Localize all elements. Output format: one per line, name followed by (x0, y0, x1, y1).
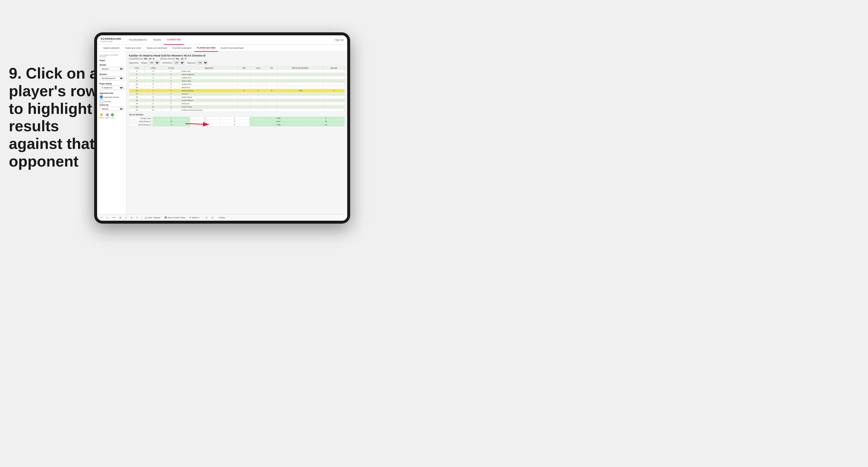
col-tie: Tie (266, 66, 277, 70)
toolbar-refresh[interactable]: ↻ (135, 216, 140, 219)
gender-dropdown[interactable]: Women's (99, 67, 124, 71)
last-updated: Last Updated: 27/03/2024 16:55:38 (99, 54, 124, 58)
toolbar-grid[interactable]: ⊞ (118, 216, 122, 219)
col-rounds: Rounds (323, 66, 345, 70)
radio-opponents-played-input[interactable] (99, 95, 103, 99)
table-row[interactable]: 1063Andrea York (129, 83, 345, 86)
sub-nav-player-summary[interactable]: PLAYER SUMMARY (170, 45, 194, 52)
out-table: Foreign Team1004.5002NAIA Division 11500… (129, 117, 345, 127)
nav-link-committee[interactable]: COMMITTEE (164, 35, 184, 45)
opponent-select[interactable]: (All) (196, 61, 208, 64)
sub-nav-team-summary[interactable]: TEAM SUMMARY (101, 45, 122, 52)
region-filter-group: Region (All) (141, 61, 160, 64)
sub-nav-team-h2h-grid[interactable]: TEAM H2H GRID (123, 45, 144, 52)
division-section: Division NCAA Division III (99, 73, 124, 80)
player-rank-dropdown[interactable]: 8. Katelyn Vo (99, 86, 124, 90)
table-row[interactable]: 1691Jessica Mason (129, 99, 345, 102)
gender-label: Gender (99, 64, 124, 66)
annotation-text: 9. Click on a player's row to highlight … (9, 65, 103, 170)
col-opponent: Opponent (180, 66, 238, 70)
sub-nav-team-h2h-heatmap[interactable]: TEAM H2H HEATMAP (144, 45, 170, 52)
out-table-row[interactable]: Foreign Team1004.5002 (129, 117, 345, 120)
player-rank-label: Player (Rank) (99, 83, 124, 85)
table-row[interactable]: 1585Stella Cheng (129, 96, 345, 99)
grid-header: Katelyn Vo Head-to-Head Grid for Women's… (129, 54, 345, 64)
sub-nav-player-h2h-grid[interactable]: PLAYER H2H GRID (194, 45, 218, 52)
grid-area: Katelyn Vo Head-to-Head Grid for Women's… (126, 52, 347, 214)
table-row[interactable]: 1311Jessica Huang010-3.002 (129, 89, 345, 92)
toolbar-redo[interactable]: ↪ (105, 216, 110, 219)
sub-nav: TEAM SUMMARY TEAM H2H GRID TEAM H2H HEAT… (97, 45, 347, 52)
toolbar-undo[interactable]: ↩ (99, 216, 103, 219)
out-of-division-title: Out of division (129, 114, 345, 116)
logo-sub: Powered by clippd (101, 41, 121, 42)
overall-record-value: 353 - 34 - 6 (144, 58, 154, 60)
player-section: Player (99, 59, 124, 62)
col-win: Win (238, 66, 251, 70)
table-row[interactable]: 331Esther Lee (129, 70, 345, 73)
legend-down: Down (99, 113, 103, 119)
gender-section: Gender Women's (99, 64, 124, 71)
sub-nav-player-h2h-heatmap[interactable]: PLAYER H2H HEATMAP (218, 45, 246, 52)
region-select[interactable]: (All) (148, 61, 160, 64)
col-diff: Diff Av Strokes/Rnd (277, 66, 323, 70)
table-row[interactable]: 522Alexis Sudjianto (129, 73, 345, 76)
opponent-view-label: Opponent view (99, 92, 124, 94)
division-label: Division (99, 73, 124, 75)
conference-select[interactable]: (All) (173, 61, 185, 64)
table-row[interactable]: 914Sharon Mun (129, 80, 345, 83)
toolbar-icon1[interactable]: ⊡ (205, 216, 209, 219)
colour-by-label: Colour by (99, 104, 124, 106)
toolbar-sep2 (203, 216, 203, 220)
radio-top100: Top 100 (99, 99, 124, 103)
data-table: # Div # Reg # Conf Opponent Win Loss Tie… (129, 66, 345, 112)
filters-row: Opponents: Region (All) Conference (All) (129, 61, 345, 64)
logo-text: SCOREBOARD (101, 38, 121, 40)
colour-by-dropdown[interactable]: Win/loss (99, 107, 124, 111)
nav-link-teams[interactable]: TEAMS (150, 35, 164, 45)
opponents-filter-label: Opponents: (129, 62, 139, 64)
opponent-filter-group: Opponent (All) (187, 61, 208, 64)
table-row[interactable]: 613Sydney Kuo (129, 76, 345, 80)
toolbar-menu[interactable]: ≡ (124, 216, 128, 219)
toolbar-share[interactable]: ↗ Share (216, 216, 226, 219)
legend-level: Level (105, 113, 109, 119)
grid-title: Katelyn Vo Head-to-Head Grid for Women's… (129, 54, 345, 57)
main-content: Last Updated: 27/03/2024 16:55:38 Player… (97, 52, 347, 214)
sign-out-link[interactable]: Sign out (335, 38, 344, 41)
logo-area: SCOREBOARD Powered by clippd (101, 38, 121, 42)
grid-records: Overall Record: 353 - 34 - 6 Division Re… (129, 58, 345, 60)
col-loss: Loss (251, 66, 266, 70)
out-table-row[interactable]: NAIA Division 115009.26730 (129, 120, 345, 123)
division-dropdown[interactable]: NCAA Division III (99, 76, 124, 80)
col-div: # Div (129, 66, 145, 70)
nav-bar: SCOREBOARD Powered by clippd TOURNAMENTS… (97, 35, 347, 45)
toolbar-add[interactable]: ⊕ (129, 216, 133, 219)
nav-link-tournaments[interactable]: TOURNAMENTS (126, 35, 150, 45)
bottom-toolbar: ↩ ↪ ⟵ ⊞ ≡ ⊕ ↻ 📊 View: Original 💾 Save Cu… (97, 214, 347, 221)
player-rank-section: Player (Rank) 8. Katelyn Vo (99, 83, 124, 90)
color-dot-down (100, 113, 103, 116)
toolbar-back[interactable]: ⟵ (111, 216, 117, 219)
nav-divider: | (333, 38, 334, 41)
out-table-row[interactable]: NCAA Division 25007.40010 (129, 123, 345, 127)
table-row[interactable]: 1311Haeji Hyun (129, 86, 345, 89)
toolbar-save-custom[interactable]: 💾 Save Custom View (163, 216, 186, 219)
tablet-screen: SCOREBOARD Powered by clippd TOURNAMENTS… (97, 35, 347, 221)
nav-right: | Sign out (333, 38, 344, 41)
player-label: Player (99, 59, 124, 62)
col-conf: # Conf (161, 66, 180, 70)
table-header-row: # Div # Reg # Conf Opponent Win Loss Tie… (129, 66, 345, 70)
division-record-label: Division Record: 331 - 34 - 6 (160, 58, 186, 60)
opponent-view-section: Opponent view Opponents Played Top 100 (99, 92, 124, 103)
table-row[interactable]: 19106Emily Chang (129, 105, 345, 108)
table-row[interactable]: 1822Euna Lee (129, 102, 345, 105)
toolbar-view-original[interactable]: 📊 View: Original (143, 216, 161, 219)
radio-top100-input[interactable] (99, 99, 103, 103)
region-label: Region (141, 62, 147, 64)
table-row[interactable]: 20117Federica Domecq Lacroze (129, 108, 345, 112)
table-row[interactable]: 1474Eunice Yi (129, 92, 345, 96)
toolbar-icon2[interactable]: ⊡ (210, 216, 215, 219)
toolbar-watch[interactable]: 👁 Watch ▾ (188, 216, 200, 219)
conference-filter-group: Conference (All) (162, 61, 185, 64)
